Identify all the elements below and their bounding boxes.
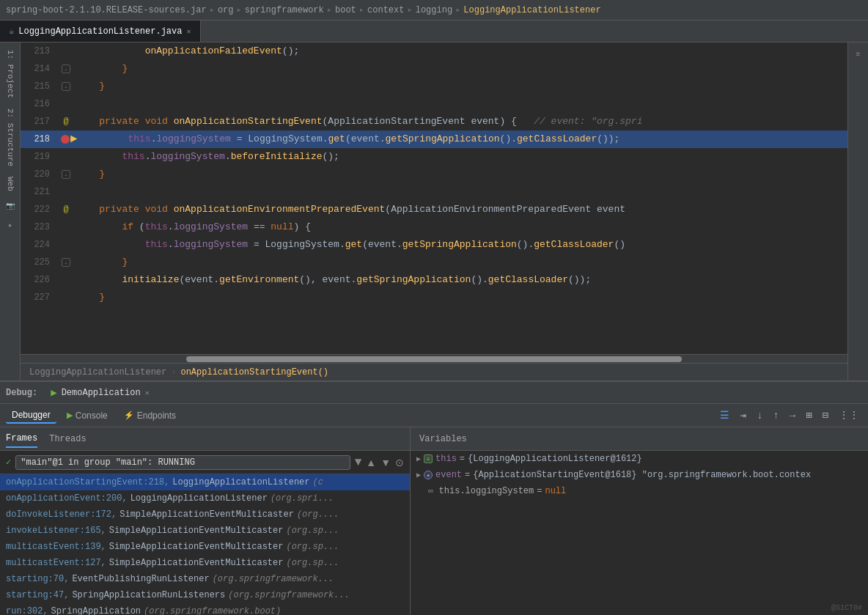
- sidebar-item-structure[interactable]: 2: Structure: [4, 104, 16, 171]
- step-into-icon[interactable]: ↓: [754, 408, 765, 423]
- jar-name: spring-boot-2.1.10.RELEASE-sources.jar: [6, 5, 207, 15]
- threads-tab[interactable]: Threads: [49, 431, 86, 447]
- console-tab-btn[interactable]: ▶ Console: [61, 408, 114, 423]
- code-breadcrumb: LoggingApplicationListener › onApplicati…: [21, 363, 847, 380]
- code-line-220: 220 - }: [21, 166, 847, 183]
- breadcrumb: spring-boot-2.1.10.RELEASE-sources.jar ▸…: [6, 4, 601, 15]
- gutter-215: -: [59, 82, 73, 91]
- thread-dropdown-btn[interactable]: ▼: [355, 456, 362, 469]
- variables-header: Variables: [411, 427, 868, 451]
- code-line-221: 221: [21, 183, 847, 201]
- code-editor: 213 onApplicationFailedEvent(); 214 - } …: [21, 43, 847, 380]
- debug-app-close[interactable]: ✕: [145, 388, 150, 397]
- gutter-at-222: @: [59, 205, 73, 215]
- debug-tab-bar: Debug: ▶ DemoApplication ✕: [0, 382, 868, 404]
- tab-close-button[interactable]: ✕: [186, 27, 191, 36]
- left-sidebar: 1: Project 2: Structure Web 📷 ★: [0, 43, 21, 380]
- code-line-214: 214 - }: [21, 60, 847, 78]
- frame-item-8[interactable]: run:302, SpringApplication (org.springfr…: [0, 603, 410, 615]
- debug-toolbar: Debugger ▶ Console ⚡ Endpoints ☰ ⇥ ↓ ↑ →…: [0, 404, 868, 427]
- frame-list: onApplicationStartingEvent:218, LoggingA…: [0, 474, 410, 615]
- table-view-icon[interactable]: ⊟: [820, 408, 831, 423]
- code-scrollbar[interactable]: [21, 354, 847, 363]
- gutter-214: -: [59, 65, 73, 73]
- breadcrumb-method: onApplicationStartingEvent(): [180, 367, 328, 378]
- gutter-at-217: @: [59, 117, 73, 127]
- debug-panel: Debug: ▶ DemoApplication ✕ Debugger ▶ Co…: [0, 380, 868, 615]
- gutter-220: -: [59, 170, 73, 179]
- sidebar-item-web[interactable]: Web: [4, 172, 16, 196]
- sidebar-item-project[interactable]: 1: Project: [4, 45, 16, 103]
- code-content: 213 onApplicationFailedEvent(); 214 - } …: [21, 43, 847, 354]
- thread-check-icon: ✓: [6, 457, 11, 468]
- code-line-217: 217 @ private void onApplicationStarting…: [21, 113, 847, 130]
- code-line-226: 226 initialize(event.getEnvironment(), e…: [21, 271, 847, 289]
- app-run-icon: ▶: [51, 386, 56, 399]
- camera-icon[interactable]: 📷: [1, 197, 19, 215]
- endpoints-tab-btn[interactable]: ⚡ Endpoints: [118, 408, 182, 423]
- frame-item-6[interactable]: starting:70, EventPublishingRunListener …: [0, 571, 410, 587]
- var-item-this: ▶ ≡ this = {LoggingApplicationListener@1…: [411, 451, 868, 467]
- frame-item-0[interactable]: onApplicationStartingEvent:218, LoggingA…: [0, 474, 410, 490]
- favorites-icon[interactable]: ★: [1, 216, 19, 234]
- scrollbar-thumb[interactable]: [186, 356, 683, 362]
- java-file-icon: ☕: [9, 26, 14, 37]
- frames-list-icon[interactable]: ☰: [717, 408, 732, 423]
- step-over-icon[interactable]: ⇥: [737, 408, 749, 423]
- breadcrumb-class: LoggingApplicationListener: [29, 367, 166, 378]
- var-icon-field: ∞: [428, 487, 433, 496]
- code-line-216: 216: [21, 95, 847, 113]
- debug-label: Debug:: [6, 388, 37, 398]
- columns-icon[interactable]: ⋮⋮: [836, 408, 862, 423]
- gutter-225: -: [59, 258, 73, 267]
- frame-item-7[interactable]: starting:47, SpringApplicationRunListene…: [0, 587, 410, 603]
- var-expand-event[interactable]: ▶: [416, 471, 421, 479]
- frame-item-5[interactable]: multicastEvent:127, SimpleApplicationEve…: [0, 555, 410, 571]
- var-expand-this[interactable]: ▶: [416, 454, 421, 463]
- step-out-icon[interactable]: ↑: [770, 408, 781, 423]
- code-line-223: 223 if (this.loggingSystem == null) {: [21, 218, 847, 236]
- var-item-event: ▶ ● event = {ApplicationStartingEvent@16…: [411, 467, 868, 483]
- run-cursor-icon[interactable]: →: [787, 408, 798, 423]
- thread-selector: ✓ "main"@1 in group "main": RUNNING ▼ ▲ …: [0, 451, 410, 474]
- var-icon-this: ≡: [424, 454, 433, 463]
- thread-filter-btn[interactable]: ⊙: [395, 457, 404, 468]
- right-sidebar-icon[interactable]: ≡: [850, 45, 867, 63]
- right-sidebar: ≡: [847, 43, 868, 380]
- title-bar: spring-boot-2.1.10.RELEASE-sources.jar ▸…: [0, 0, 868, 21]
- frames-panel: Frames Threads ✓ "main"@1 in group "main…: [0, 427, 411, 615]
- code-line-224: 224 this.loggingSystem = LoggingSystem.g…: [21, 236, 847, 254]
- frames-tab[interactable]: Frames: [6, 430, 37, 448]
- code-line-222: 222 @ private void onApplicationEnvironm…: [21, 201, 847, 218]
- frame-item-3[interactable]: invokeListener:165, SimpleApplicationEve…: [0, 523, 410, 539]
- frame-item-2[interactable]: doInvokeListener:172, SimpleApplicationE…: [0, 507, 410, 523]
- tab-label: LoggingApplicationListener.java: [18, 26, 182, 37]
- file-tab[interactable]: ☕ LoggingApplicationListener.java ✕: [0, 21, 201, 42]
- gutter-bp-218: ►: [59, 133, 79, 146]
- debug-content: Frames Threads ✓ "main"@1 in group "main…: [0, 427, 868, 615]
- code-line-218: 218 ► this.loggingSystem = LoggingSystem…: [21, 130, 847, 148]
- code-line-213: 213 onApplicationFailedEvent();: [21, 43, 847, 60]
- debug-app-tab[interactable]: ▶ DemoApplication ✕: [43, 382, 157, 403]
- var-icon-event: ●: [424, 471, 433, 479]
- code-line-219: 219 this.loggingSystem.beforeInitialize(…: [21, 148, 847, 166]
- tab-bar: ☕ LoggingApplicationListener.java ✕: [0, 21, 868, 43]
- debug-app-name: DemoApplication: [62, 388, 141, 398]
- variables-panel: Variables ▶ ≡ this = {LoggingApplication…: [411, 427, 868, 615]
- evaluate-icon[interactable]: ⊞: [803, 408, 814, 423]
- thread-down-btn[interactable]: ▼: [380, 457, 391, 468]
- thread-up-btn[interactable]: ▲: [366, 457, 376, 468]
- code-line-225: 225 - }: [21, 254, 847, 271]
- debugger-tab-btn[interactable]: Debugger: [6, 408, 56, 424]
- var-item-loggingsystem: ∞ this.loggingSystem = null: [411, 483, 868, 499]
- watermark: @S1CT0#: [831, 604, 862, 612]
- frame-item-4[interactable]: multicastEvent:139, SimpleApplicationEve…: [0, 539, 410, 555]
- code-line-215: 215 - }: [21, 78, 847, 95]
- main-area: 1: Project 2: Structure Web 📷 ★ 213 onAp…: [0, 43, 868, 380]
- frame-item-1[interactable]: onApplicationEvent:200, LoggingApplicati…: [0, 490, 410, 507]
- thread-name: "main"@1 in group "main": RUNNING: [15, 455, 350, 470]
- code-line-227: 227 }: [21, 289, 847, 306]
- frames-header: Frames Threads: [0, 427, 410, 451]
